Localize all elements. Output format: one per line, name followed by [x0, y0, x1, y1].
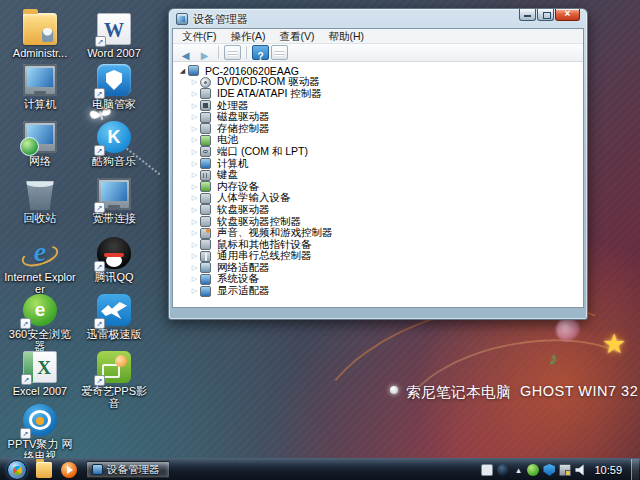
- tree-item[interactable]: 显示适配器: [177, 285, 583, 297]
- toolbar-separator: [246, 46, 247, 59]
- console-tree-icon[interactable]: [224, 45, 241, 60]
- expander-icon[interactable]: [189, 160, 200, 168]
- menu-action[interactable]: 操作(A): [223, 29, 272, 43]
- media-player-icon[interactable]: [61, 462, 77, 478]
- back-icon[interactable]: [177, 45, 194, 60]
- word-2007-icon: [97, 13, 131, 45]
- desktop-icon-pc-manager[interactable]: 电脑管家: [78, 64, 150, 110]
- expander-icon[interactable]: [189, 102, 200, 110]
- display-adapter-icon: [200, 286, 211, 297]
- tool-bar: [173, 44, 583, 62]
- ide-controller-icon: [200, 88, 211, 99]
- close-button[interactable]: [555, 9, 580, 21]
- expander-icon[interactable]: [189, 218, 200, 226]
- hid-icon: [200, 193, 211, 204]
- expander-icon[interactable]: [189, 194, 200, 202]
- my-computer-icon: [23, 64, 57, 96]
- properties-icon[interactable]: [271, 45, 288, 60]
- help-icon[interactable]: [252, 45, 269, 60]
- desktop-icon-broadband[interactable]: 宽带连接: [78, 178, 150, 224]
- menu-view[interactable]: 查看(V): [272, 29, 321, 43]
- desktop-icon-qq[interactable]: 腾讯QQ: [78, 237, 150, 283]
- hidden-icons-icon[interactable]: [513, 464, 523, 476]
- dvd-drive-icon: [200, 77, 211, 88]
- expander-icon[interactable]: [189, 78, 200, 86]
- floppy-drive-icon: [200, 204, 211, 215]
- expander-icon[interactable]: [189, 90, 200, 98]
- shortcut-arrow-icon: [94, 375, 105, 386]
- star-icon: [602, 328, 626, 360]
- desktop-icon-label: 爱奇艺PPS影音: [78, 385, 150, 409]
- show-desktop-button[interactable]: [631, 459, 639, 480]
- desktop-icon-label: Excel 2007: [4, 385, 76, 397]
- expander-icon[interactable]: [189, 113, 200, 121]
- desktop-icon-internet-explorer[interactable]: Internet Explorer: [4, 237, 76, 295]
- window-controls: [519, 9, 580, 21]
- expander-icon[interactable]: [189, 287, 200, 295]
- safe360-tray-icon[interactable]: [527, 464, 539, 476]
- desktop-icon-excel-2007[interactable]: Excel 2007: [4, 351, 76, 397]
- expander-icon[interactable]: [189, 136, 200, 144]
- desktop-icon-pps-video[interactable]: 爱奇艺PPS影音: [78, 351, 150, 409]
- shortcut-arrow-icon: [94, 202, 105, 213]
- expander-icon[interactable]: [189, 252, 200, 260]
- storage-controller-icon: [200, 123, 211, 134]
- mouse-icon: [200, 239, 211, 250]
- excel-2007-icon: [23, 351, 57, 383]
- ime-icon[interactable]: [481, 464, 493, 476]
- minimize-button[interactable]: [519, 9, 536, 21]
- menu-help[interactable]: 帮助(H): [321, 29, 371, 43]
- expander-icon[interactable]: [189, 206, 200, 214]
- memory-icon: [200, 181, 211, 192]
- expander-icon[interactable]: [189, 264, 200, 272]
- expander-icon[interactable]: [189, 183, 200, 191]
- device-tree: PC-20160620EAAGDVD/CD-ROM 驱动器IDE ATA/ATA…: [173, 62, 583, 307]
- desktop-icon-thunder[interactable]: 迅雷极速版: [78, 294, 150, 340]
- broadband-icon: [97, 178, 131, 210]
- desktop-icon-label: 电脑管家: [78, 98, 150, 110]
- taskbar-task-device-manager[interactable]: 设备管理器: [86, 461, 170, 478]
- expander-icon[interactable]: [189, 148, 200, 156]
- network-tray-icon[interactable]: [559, 464, 571, 476]
- expander-icon[interactable]: [189, 275, 200, 283]
- expander-icon[interactable]: [189, 125, 200, 133]
- expander-icon[interactable]: [189, 241, 200, 249]
- qq-tray-icon[interactable]: [497, 464, 509, 476]
- desktop-icon-label: 计算机: [4, 98, 76, 110]
- maximize-button[interactable]: [537, 9, 554, 21]
- clock[interactable]: 10:59: [594, 464, 622, 476]
- desktop-icon-pptv[interactable]: PPTV聚力 网络电视: [4, 404, 76, 462]
- expander-icon[interactable]: [189, 171, 200, 179]
- explorer-icon[interactable]: [36, 462, 52, 478]
- desktop-icon-word-2007[interactable]: Word 2007: [78, 13, 150, 59]
- desktop-icon-safe-browser-360[interactable]: 360安全浏览器: [4, 294, 76, 352]
- keyboard-icon: [200, 170, 211, 181]
- kugou-music-icon: [97, 121, 131, 153]
- desktop-icon-network-places[interactable]: 网络: [4, 121, 76, 167]
- device-manager-icon: [92, 464, 103, 475]
- pcmanager-tray-icon[interactable]: [543, 464, 555, 476]
- desktop-icon-label: 回收站: [4, 212, 76, 224]
- menu-file[interactable]: 文件(F): [175, 29, 223, 43]
- computer-icon: [200, 158, 211, 169]
- shortcut-arrow-icon: [94, 88, 105, 99]
- safe-browser-360-icon: [23, 294, 57, 326]
- pink-moon: [556, 318, 580, 342]
- desktop-icon-administrator-folder[interactable]: Administr...: [4, 13, 76, 59]
- ports-icon: [200, 146, 211, 157]
- desktop[interactable]: 索尼笔记本电脑 GHOST WIN7 32 Administr...Word 2…: [0, 0, 640, 480]
- start-button[interactable]: [7, 460, 27, 480]
- pps-video-icon: [97, 351, 131, 383]
- desktop-icon-label: 360安全浏览器: [4, 328, 76, 352]
- desktop-icon-recycle-bin[interactable]: 回收站: [4, 178, 76, 224]
- forward-icon[interactable]: [196, 45, 213, 60]
- desktop-icon-kugou-music[interactable]: 酷狗音乐: [78, 121, 150, 167]
- volume-icon[interactable]: [575, 464, 587, 476]
- title-bar[interactable]: 设备管理器: [169, 9, 587, 28]
- taskbar-tasks: 设备管理器: [86, 461, 170, 478]
- desktop-icon-my-computer[interactable]: 计算机: [4, 64, 76, 110]
- pptv-icon: [23, 404, 57, 436]
- desktop-icon-label: 网络: [4, 155, 76, 167]
- expander-icon[interactable]: [189, 229, 200, 237]
- expander-open-icon[interactable]: [177, 67, 188, 75]
